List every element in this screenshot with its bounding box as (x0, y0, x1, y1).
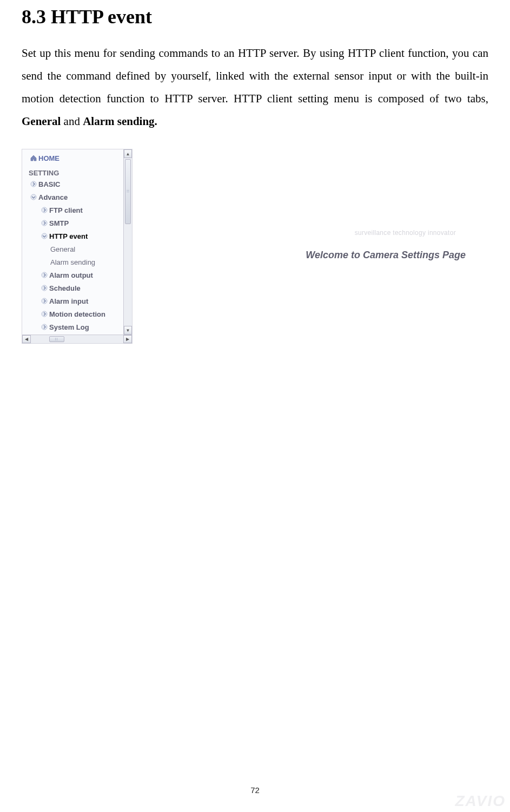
nav-alarm-input-label: Alarm input (49, 297, 88, 305)
svg-point-5 (42, 272, 47, 278)
arrow-right-icon (39, 324, 49, 330)
nav-schedule[interactable]: Schedule (23, 281, 123, 294)
svg-point-7 (42, 298, 47, 304)
nav-system-log[interactable]: System Log (23, 320, 123, 333)
nav-system-log-label: System Log (49, 323, 89, 331)
nav-alarm-input[interactable]: Alarm input (23, 294, 123, 307)
arrow-right-icon (39, 311, 49, 317)
nav-advance-label: Advance (38, 193, 68, 201)
brand-watermark: ZAVIO (455, 793, 506, 810)
para-text-2: and (61, 115, 83, 128)
intro-paragraph: Set up this menu for sending commands to… (22, 42, 488, 133)
svg-point-4 (42, 233, 47, 239)
brand-tagline: surveillance technology innovator (355, 229, 456, 237)
arrow-down-icon (39, 233, 49, 239)
para-text-1: Set up this menu for sending commands to… (22, 47, 488, 105)
nav-http-general-label: General (50, 245, 75, 253)
svg-point-3 (42, 220, 47, 226)
arrow-right-icon (39, 220, 49, 226)
scroll-right-button[interactable]: ▶ (123, 335, 132, 343)
arrow-right-icon (39, 272, 49, 278)
settings-screenshot: HOME SETTING BASIC Advance (22, 149, 488, 355)
svg-point-2 (42, 207, 47, 213)
svg-point-6 (42, 285, 47, 291)
nav-http-general[interactable]: General (23, 243, 123, 256)
nav-basic[interactable]: BASIC (23, 178, 123, 191)
svg-point-9 (42, 324, 47, 330)
arrow-down-icon (29, 194, 38, 200)
content-pane: surveillance technology innovator Welcom… (133, 149, 488, 355)
horizontal-scrollbar[interactable]: ◀ ▶ (22, 335, 132, 343)
nav-alarm-output-label: Alarm output (49, 271, 93, 279)
nav-http-event[interactable]: HTTP event (23, 230, 123, 243)
nav-motion-detection[interactable]: Motion detection (23, 307, 123, 320)
nav-home-label: HOME (38, 154, 59, 162)
nav-alarm-output[interactable]: Alarm output (23, 269, 123, 281)
home-icon (29, 154, 38, 162)
welcome-message: Welcome to Camera Settings Page (306, 250, 466, 261)
nav-schedule-label: Schedule (49, 284, 81, 292)
section-heading: 8.3 HTTP event (22, 5, 488, 29)
nav-ftp-client[interactable]: FTP client (23, 204, 123, 217)
nav-basic-label: BASIC (38, 180, 60, 188)
settings-sidebar: HOME SETTING BASIC Advance (22, 149, 133, 344)
vertical-scrollbar[interactable]: ▲ ▼ (123, 149, 132, 335)
scroll-thumb-vertical[interactable] (125, 159, 131, 224)
nav-smtp-label: SMTP (49, 219, 69, 227)
nav-motion-label: Motion detection (49, 310, 105, 318)
nav-home[interactable]: HOME (23, 152, 123, 165)
nav-http-alarm-sending[interactable]: Alarm sending (23, 256, 123, 269)
scroll-down-button[interactable]: ▼ (124, 326, 132, 335)
nav-ftp-label: FTP client (49, 206, 83, 214)
nav-http-alarm-label: Alarm sending (50, 258, 95, 266)
page-number: 72 (0, 785, 510, 795)
svg-point-0 (31, 181, 36, 187)
scroll-thumb-horizontal[interactable] (49, 336, 64, 342)
arrow-right-icon (39, 298, 49, 304)
para-bold-alarm: Alarm sending. (83, 115, 157, 128)
para-bold-general: General (22, 115, 61, 128)
svg-point-8 (42, 311, 47, 317)
nav-smtp[interactable]: SMTP (23, 217, 123, 230)
svg-point-1 (31, 194, 36, 200)
scroll-up-button[interactable]: ▲ (124, 149, 132, 158)
arrow-right-icon (29, 181, 38, 187)
nav-setting-header: SETTING (23, 165, 123, 178)
arrow-right-icon (39, 285, 49, 291)
nav-advance[interactable]: Advance (23, 191, 123, 204)
nav-http-event-label: HTTP event (49, 232, 88, 240)
scroll-left-button[interactable]: ◀ (22, 335, 31, 343)
arrow-right-icon (39, 207, 49, 213)
